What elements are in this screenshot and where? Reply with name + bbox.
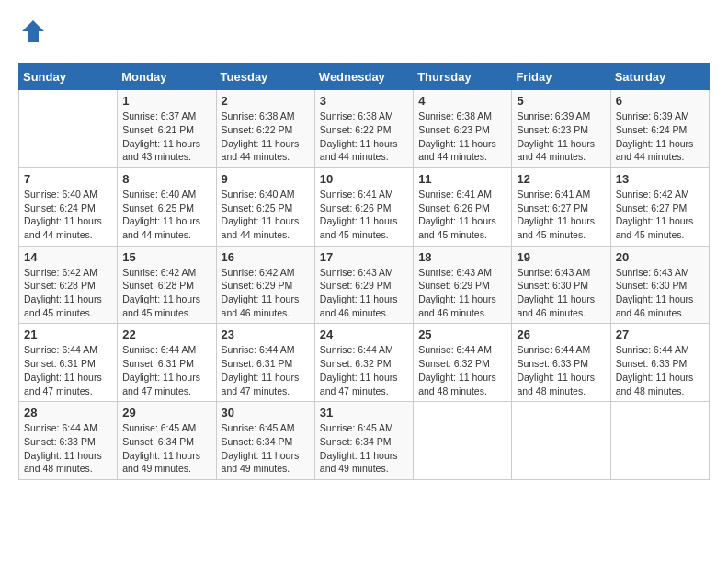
calendar-cell bbox=[19, 90, 118, 168]
day-number: 11 bbox=[418, 172, 506, 186]
day-info: Sunrise: 6:38 AM Sunset: 6:22 PM Dayligh… bbox=[320, 109, 408, 164]
day-info: Sunrise: 6:38 AM Sunset: 6:22 PM Dayligh… bbox=[222, 109, 310, 164]
day-number: 5 bbox=[517, 94, 605, 108]
calendar-cell: 20Sunrise: 6:43 AM Sunset: 6:30 PM Dayli… bbox=[610, 246, 709, 324]
calendar-cell: 22Sunrise: 6:44 AM Sunset: 6:31 PM Dayli… bbox=[118, 324, 216, 402]
calendar-cell: 30Sunrise: 6:45 AM Sunset: 6:34 PM Dayli… bbox=[216, 402, 314, 480]
day-number: 15 bbox=[122, 250, 210, 264]
day-info: Sunrise: 6:45 AM Sunset: 6:34 PM Dayligh… bbox=[222, 421, 310, 476]
page-header bbox=[18, 18, 710, 49]
calendar-cell: 2Sunrise: 6:38 AM Sunset: 6:22 PM Daylig… bbox=[216, 90, 314, 168]
day-number: 20 bbox=[616, 250, 704, 264]
day-number: 21 bbox=[24, 327, 112, 341]
logo bbox=[18, 18, 46, 49]
day-info: Sunrise: 6:42 AM Sunset: 6:28 PM Dayligh… bbox=[122, 266, 210, 320]
calendar-cell: 14Sunrise: 6:42 AM Sunset: 6:28 PM Dayli… bbox=[19, 246, 118, 324]
day-number: 16 bbox=[222, 250, 310, 264]
calendar-cell: 29Sunrise: 6:45 AM Sunset: 6:34 PM Dayli… bbox=[118, 402, 216, 480]
day-number: 14 bbox=[24, 250, 112, 264]
day-info: Sunrise: 6:44 AM Sunset: 6:31 PM Dayligh… bbox=[122, 343, 210, 397]
day-info: Sunrise: 6:37 AM Sunset: 6:21 PM Dayligh… bbox=[122, 109, 210, 164]
weekday-header-thursday: Thursday bbox=[414, 64, 512, 90]
calendar-cell: 27Sunrise: 6:44 AM Sunset: 6:33 PM Dayli… bbox=[610, 324, 709, 402]
day-info: Sunrise: 6:39 AM Sunset: 6:24 PM Dayligh… bbox=[616, 109, 704, 164]
calendar-week-row: 28Sunrise: 6:44 AM Sunset: 6:33 PM Dayli… bbox=[19, 402, 710, 480]
calendar-week-row: 1Sunrise: 6:37 AM Sunset: 6:21 PM Daylig… bbox=[19, 90, 710, 168]
calendar-cell: 16Sunrise: 6:42 AM Sunset: 6:29 PM Dayli… bbox=[216, 246, 314, 324]
weekday-header-wednesday: Wednesday bbox=[314, 64, 413, 90]
weekday-header-tuesday: Tuesday bbox=[216, 64, 314, 90]
calendar-cell: 1Sunrise: 6:37 AM Sunset: 6:21 PM Daylig… bbox=[118, 90, 216, 168]
day-number: 26 bbox=[517, 327, 605, 341]
calendar-cell: 28Sunrise: 6:44 AM Sunset: 6:33 PM Dayli… bbox=[19, 402, 118, 480]
day-info: Sunrise: 6:40 AM Sunset: 6:24 PM Dayligh… bbox=[24, 188, 112, 242]
day-number: 17 bbox=[320, 250, 408, 264]
day-number: 2 bbox=[222, 94, 310, 108]
calendar-week-row: 21Sunrise: 6:44 AM Sunset: 6:31 PM Dayli… bbox=[19, 324, 710, 402]
day-number: 22 bbox=[122, 327, 210, 341]
calendar-cell: 4Sunrise: 6:38 AM Sunset: 6:23 PM Daylig… bbox=[414, 90, 512, 168]
calendar-cell: 10Sunrise: 6:41 AM Sunset: 6:26 PM Dayli… bbox=[314, 167, 413, 246]
day-info: Sunrise: 6:40 AM Sunset: 6:25 PM Dayligh… bbox=[222, 188, 310, 242]
day-number: 19 bbox=[517, 250, 605, 264]
calendar-cell: 21Sunrise: 6:44 AM Sunset: 6:31 PM Dayli… bbox=[19, 324, 118, 402]
day-number: 9 bbox=[222, 172, 310, 186]
day-info: Sunrise: 6:41 AM Sunset: 6:26 PM Dayligh… bbox=[418, 188, 506, 242]
svg-marker-0 bbox=[22, 20, 44, 42]
day-number: 3 bbox=[320, 94, 408, 108]
calendar-cell: 26Sunrise: 6:44 AM Sunset: 6:33 PM Dayli… bbox=[512, 324, 610, 402]
calendar-cell: 24Sunrise: 6:44 AM Sunset: 6:32 PM Dayli… bbox=[314, 324, 413, 402]
day-info: Sunrise: 6:44 AM Sunset: 6:33 PM Dayligh… bbox=[517, 343, 605, 397]
day-number: 18 bbox=[418, 250, 506, 264]
day-info: Sunrise: 6:44 AM Sunset: 6:33 PM Dayligh… bbox=[616, 343, 704, 397]
day-info: Sunrise: 6:44 AM Sunset: 6:32 PM Dayligh… bbox=[418, 343, 506, 397]
day-number: 1 bbox=[122, 94, 210, 108]
day-number: 30 bbox=[222, 406, 310, 419]
day-number: 13 bbox=[616, 172, 704, 186]
day-info: Sunrise: 6:44 AM Sunset: 6:33 PM Dayligh… bbox=[24, 421, 112, 476]
calendar-cell bbox=[414, 402, 512, 480]
calendar-cell: 12Sunrise: 6:41 AM Sunset: 6:27 PM Dayli… bbox=[512, 167, 610, 246]
calendar-cell: 9Sunrise: 6:40 AM Sunset: 6:25 PM Daylig… bbox=[216, 167, 314, 246]
day-number: 24 bbox=[320, 327, 408, 341]
calendar-week-row: 7Sunrise: 6:40 AM Sunset: 6:24 PM Daylig… bbox=[19, 167, 710, 246]
calendar-cell: 18Sunrise: 6:43 AM Sunset: 6:29 PM Dayli… bbox=[414, 246, 512, 324]
day-number: 29 bbox=[122, 406, 210, 419]
weekday-header-sunday: Sunday bbox=[19, 64, 118, 90]
day-info: Sunrise: 6:45 AM Sunset: 6:34 PM Dayligh… bbox=[122, 421, 210, 476]
day-info: Sunrise: 6:43 AM Sunset: 6:30 PM Dayligh… bbox=[616, 266, 704, 320]
calendar-table: SundayMondayTuesdayWednesdayThursdayFrid… bbox=[18, 63, 710, 480]
day-number: 31 bbox=[320, 406, 408, 419]
day-info: Sunrise: 6:43 AM Sunset: 6:30 PM Dayligh… bbox=[517, 266, 605, 320]
calendar-cell bbox=[610, 402, 709, 480]
day-number: 12 bbox=[517, 172, 605, 186]
day-info: Sunrise: 6:42 AM Sunset: 6:29 PM Dayligh… bbox=[222, 266, 310, 320]
calendar-cell: 31Sunrise: 6:45 AM Sunset: 6:34 PM Dayli… bbox=[314, 402, 413, 480]
logo-icon bbox=[20, 18, 46, 44]
day-info: Sunrise: 6:44 AM Sunset: 6:32 PM Dayligh… bbox=[320, 343, 408, 397]
calendar-cell bbox=[512, 402, 610, 480]
calendar-cell: 7Sunrise: 6:40 AM Sunset: 6:24 PM Daylig… bbox=[19, 167, 118, 246]
day-number: 7 bbox=[24, 172, 112, 186]
day-number: 23 bbox=[222, 327, 310, 341]
calendar-cell: 15Sunrise: 6:42 AM Sunset: 6:28 PM Dayli… bbox=[118, 246, 216, 324]
day-number: 8 bbox=[122, 172, 210, 186]
calendar-cell: 3Sunrise: 6:38 AM Sunset: 6:22 PM Daylig… bbox=[314, 90, 413, 168]
day-number: 27 bbox=[616, 327, 704, 341]
day-info: Sunrise: 6:45 AM Sunset: 6:34 PM Dayligh… bbox=[320, 421, 408, 476]
calendar-cell: 25Sunrise: 6:44 AM Sunset: 6:32 PM Dayli… bbox=[414, 324, 512, 402]
day-number: 25 bbox=[418, 327, 506, 341]
day-number: 6 bbox=[616, 94, 704, 108]
day-info: Sunrise: 6:44 AM Sunset: 6:31 PM Dayligh… bbox=[222, 343, 310, 397]
day-info: Sunrise: 6:43 AM Sunset: 6:29 PM Dayligh… bbox=[320, 266, 408, 320]
day-info: Sunrise: 6:42 AM Sunset: 6:27 PM Dayligh… bbox=[616, 188, 704, 242]
day-info: Sunrise: 6:41 AM Sunset: 6:27 PM Dayligh… bbox=[517, 188, 605, 242]
calendar-cell: 11Sunrise: 6:41 AM Sunset: 6:26 PM Dayli… bbox=[414, 167, 512, 246]
calendar-cell: 23Sunrise: 6:44 AM Sunset: 6:31 PM Dayli… bbox=[216, 324, 314, 402]
calendar-cell: 13Sunrise: 6:42 AM Sunset: 6:27 PM Dayli… bbox=[610, 167, 709, 246]
day-info: Sunrise: 6:43 AM Sunset: 6:29 PM Dayligh… bbox=[418, 266, 506, 320]
day-number: 28 bbox=[24, 406, 112, 419]
calendar-cell: 17Sunrise: 6:43 AM Sunset: 6:29 PM Dayli… bbox=[314, 246, 413, 324]
day-info: Sunrise: 6:41 AM Sunset: 6:26 PM Dayligh… bbox=[320, 188, 408, 242]
weekday-header-saturday: Saturday bbox=[610, 64, 709, 90]
